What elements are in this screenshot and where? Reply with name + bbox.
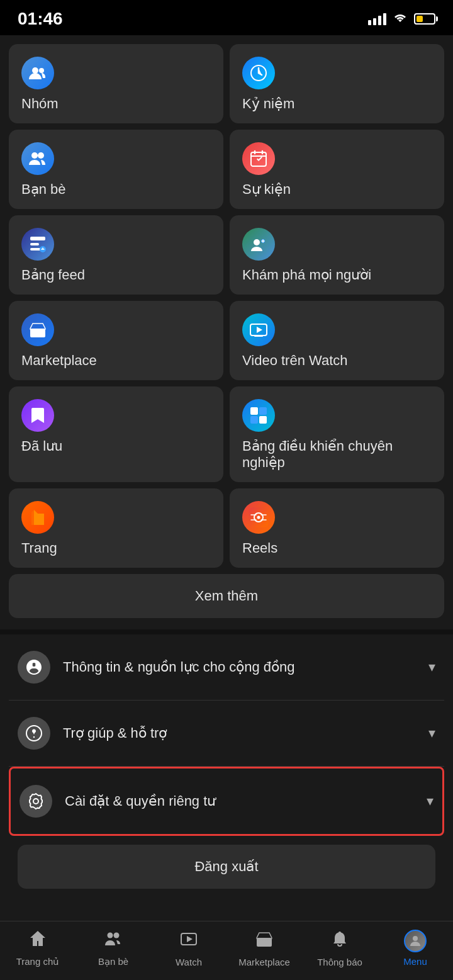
tile-su-kien[interactable]: Sự kiện <box>230 130 444 209</box>
video-watch-label: Video trên Watch <box>242 352 348 369</box>
community-info-icon <box>18 651 50 684</box>
trang-label: Trang <box>21 540 57 556</box>
settings-privacy-icon <box>20 785 52 818</box>
svg-rect-5 <box>251 152 266 166</box>
settings-chevron-icon: ▾ <box>427 793 433 809</box>
svg-point-26 <box>108 933 113 938</box>
nav-marketplace-icon <box>255 930 274 953</box>
help-support-label: Trợ giúp & hỗ trợ <box>63 725 428 741</box>
nav-watch-label: Watch <box>176 957 202 967</box>
community-chevron-icon: ▾ <box>428 659 435 675</box>
da-luu-label: Đã lưu <box>21 438 62 454</box>
nav-watch[interactable]: Watch <box>151 930 226 967</box>
marketplace-label: Marketplace <box>21 352 97 369</box>
svg-marker-29 <box>187 936 193 942</box>
svg-marker-14 <box>257 327 262 333</box>
svg-point-21 <box>257 516 260 519</box>
status-icons <box>368 11 435 27</box>
nav-menu-label: Menu <box>403 956 427 967</box>
community-info-row[interactable]: Thông tin & nguồn lực cho cộng đồng ▾ <box>9 634 444 701</box>
svg-rect-30 <box>257 938 272 947</box>
ban-be-label: Bạn bè <box>21 181 66 198</box>
svg-rect-7 <box>30 243 39 245</box>
tile-da-luu[interactable]: Đã lưu <box>9 386 223 482</box>
reels-icon <box>242 501 275 534</box>
nav-watch-icon <box>179 930 198 953</box>
help-support-row[interactable]: Trợ giúp & hỗ trợ ▾ <box>9 701 444 767</box>
bang-dieu-khien-label: Bảng điều khiển chuyên nghiệp <box>242 438 432 471</box>
bang-feed-label: Bảng feed <box>21 267 85 283</box>
tile-kham-pha[interactable]: Khám phá mọi người <box>230 215 444 295</box>
nav-ban-be-label: Bạn bè <box>98 956 128 967</box>
section-divider <box>0 629 453 634</box>
signal-icon <box>368 13 386 25</box>
status-time: 01:46 <box>18 9 63 29</box>
svg-point-27 <box>114 933 120 938</box>
wifi-icon <box>393 11 408 27</box>
svg-rect-16 <box>259 407 267 415</box>
status-bar: 01:46 <box>0 0 453 35</box>
tile-trang[interactable]: Trang <box>9 488 223 568</box>
tile-bang-dieu-khien[interactable]: Bảng điều khiển chuyên nghiệp <box>230 386 444 482</box>
tile-bang-feed[interactable]: Bảng feed <box>9 215 223 295</box>
logout-button[interactable]: Đăng xuất <box>18 845 435 889</box>
nav-marketplace[interactable]: Marketplace <box>226 930 302 967</box>
tile-nhom[interactable]: Nhóm <box>9 44 223 123</box>
nav-menu-avatar <box>404 930 427 952</box>
battery-icon <box>414 13 435 25</box>
nav-ban-be[interactable]: Bạn bè <box>76 929 151 967</box>
svg-point-25 <box>33 736 35 738</box>
bottom-nav: Trang chủ Bạn bè Watch <box>0 921 453 980</box>
nhom-label: Nhóm <box>21 96 59 112</box>
settings-privacy-label: Cài đặt & quyền riêng tư <box>65 793 427 809</box>
app-grid: Nhóm Kỷ niệm Bạn bè <box>9 44 444 568</box>
trang-icon <box>21 501 54 534</box>
kham-pha-label: Khám phá mọi người <box>242 267 371 283</box>
main-content: Nhóm Kỷ niệm Bạn bè <box>0 35 453 973</box>
video-watch-icon <box>242 313 275 346</box>
community-info-label: Thông tin & nguồn lực cho cộng đồng <box>63 659 428 675</box>
nhom-icon <box>21 57 54 89</box>
svg-rect-18 <box>259 416 267 424</box>
help-chevron-icon: ▾ <box>428 725 435 741</box>
nav-notifications-label: Thông báo <box>317 957 362 967</box>
settings-privacy-row[interactable]: Cài đặt & quyền riêng tư ▾ <box>9 767 444 836</box>
reels-label: Reels <box>242 540 277 556</box>
help-support-icon <box>18 717 50 750</box>
xem-them-button[interactable]: Xem thêm <box>9 574 444 618</box>
su-kien-icon <box>242 142 275 175</box>
nav-bell-icon <box>330 930 349 953</box>
tile-ky-niem[interactable]: Kỷ niệm <box>230 44 444 123</box>
tile-ban-be[interactable]: Bạn bè <box>9 130 223 209</box>
marketplace-icon <box>21 313 54 346</box>
svg-rect-6 <box>30 237 45 240</box>
da-luu-icon <box>21 399 54 432</box>
svg-point-0 <box>32 67 38 74</box>
info-sections: Thông tin & nguồn lực cho cộng đồng ▾ Tr… <box>9 634 444 836</box>
nav-trang-chu-label: Trang chủ <box>16 956 60 967</box>
svg-point-3 <box>31 152 38 159</box>
nav-home-icon <box>28 929 47 952</box>
nav-notifications[interactable]: Thông báo <box>302 930 378 967</box>
nav-trang-chu[interactable]: Trang chủ <box>0 929 76 967</box>
nav-menu[interactable]: Menu <box>378 930 453 967</box>
svg-point-10 <box>254 239 260 245</box>
ban-be-icon <box>21 142 54 175</box>
bang-dieu-khien-icon <box>242 399 275 432</box>
tile-video-watch[interactable]: Video trên Watch <box>230 301 444 380</box>
kham-pha-icon <box>242 228 275 261</box>
svg-point-4 <box>38 152 44 159</box>
svg-rect-15 <box>250 407 258 415</box>
nav-marketplace-label: Marketplace <box>238 957 290 967</box>
svg-point-31 <box>413 936 418 941</box>
ky-niem-label: Kỷ niệm <box>242 96 294 112</box>
svg-point-1 <box>39 68 44 73</box>
tile-reels[interactable]: Reels <box>230 488 444 568</box>
ky-niem-icon <box>242 57 275 89</box>
su-kien-label: Sự kiện <box>242 181 291 198</box>
svg-rect-12 <box>30 329 45 337</box>
bang-feed-icon <box>21 228 54 261</box>
svg-rect-17 <box>250 416 258 424</box>
tile-marketplace[interactable]: Marketplace <box>9 301 223 380</box>
nav-friends-icon <box>104 929 123 952</box>
